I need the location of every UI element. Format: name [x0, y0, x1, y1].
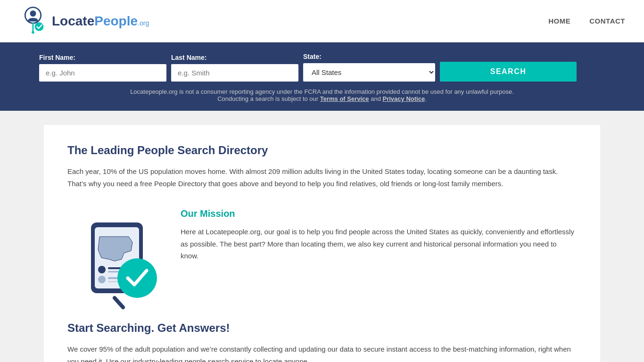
state-select[interactable]: All StatesAlabamaAlaskaArizonaArkansasCa… — [303, 63, 435, 82]
mission-section: Our Mission Here at Locatepeople.org, ou… — [67, 208, 577, 303]
search-section: First Name: Last Name: State: All States… — [0, 42, 644, 111]
logo-icon — [19, 6, 47, 36]
content-card: The Leading People Search Directory Each… — [44, 125, 600, 362]
last-name-input[interactable] — [171, 64, 298, 82]
logo: LocatePeople.org — [19, 6, 149, 36]
svg-line-13 — [115, 298, 123, 307]
mission-illustration — [67, 208, 162, 303]
last-name-group: Last Name: — [171, 54, 298, 82]
header: LocatePeople.org HOME CONTACT — [0, 0, 644, 42]
svg-point-1 — [30, 10, 36, 16]
last-name-label: Last Name: — [171, 54, 298, 61]
mission-content: Our Mission Here at Locatepeople.org, ou… — [181, 208, 577, 262]
svg-rect-6 — [98, 266, 106, 273]
svg-rect-9 — [98, 276, 106, 283]
first-name-group: First Name: — [39, 54, 166, 82]
hero-title: The Leading People Search Directory — [67, 144, 577, 157]
intro-text: Each year, 10% of the US population move… — [67, 165, 577, 189]
mission-text: Here at Locatepeople.org, our goal is to… — [181, 226, 577, 262]
main-nav: HOME CONTACT — [548, 17, 625, 25]
answers-title: Start Searching. Get Answers! — [67, 321, 577, 335]
svg-point-12 — [117, 258, 157, 298]
answers-text: We cover 95% of the adult population and… — [67, 343, 577, 362]
state-label: State: — [303, 53, 435, 60]
disclaimer: Locatepeople.org is not a consumer repor… — [19, 88, 625, 102]
nav-contact[interactable]: CONTACT — [589, 17, 625, 25]
privacy-link[interactable]: Privacy Notice — [383, 95, 425, 102]
main-content: The Leading People Search Directory Each… — [0, 125, 644, 362]
svg-point-2 — [32, 31, 34, 34]
search-form: First Name: Last Name: State: All States… — [39, 53, 605, 82]
nav-home[interactable]: HOME — [548, 17, 570, 25]
mission-title: Our Mission — [181, 208, 577, 219]
first-name-input[interactable] — [39, 64, 166, 82]
search-button[interactable]: SEARCH — [440, 62, 577, 82]
logo-text: LocatePeople.org — [52, 14, 149, 29]
state-group: State: All StatesAlabamaAlaskaArizonaArk… — [303, 53, 435, 82]
first-name-label: First Name: — [39, 54, 166, 61]
terms-link[interactable]: Terms of Service — [320, 95, 369, 102]
svg-point-3 — [35, 22, 44, 31]
answers-section: Start Searching. Get Answers! We cover 9… — [67, 321, 577, 362]
